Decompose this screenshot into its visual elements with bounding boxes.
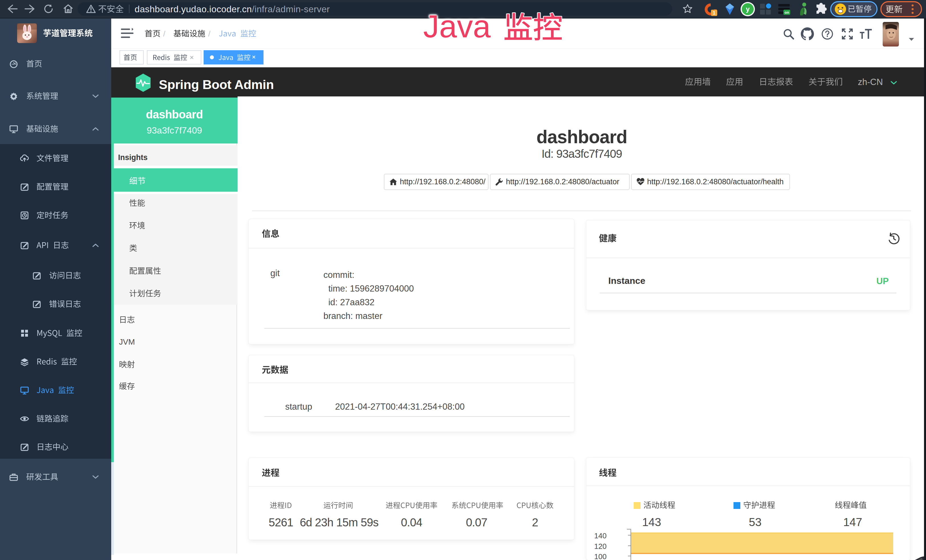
svg-text:on: on [785,10,789,15]
svg-text:y: y [746,5,750,13]
svg-text:1: 1 [713,10,715,16]
